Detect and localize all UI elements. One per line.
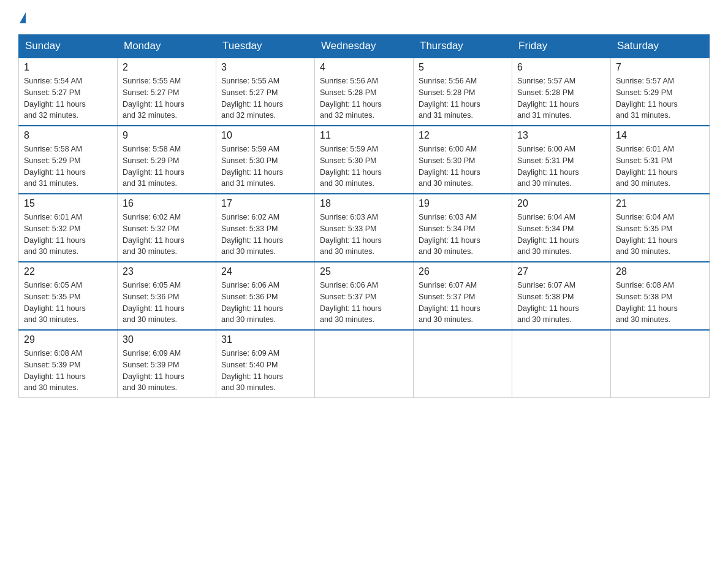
day-number: 23 (123, 266, 211, 277)
day-number: 3 (221, 62, 309, 73)
calendar-cell: 5 Sunrise: 5:56 AMSunset: 5:28 PMDayligh… (414, 58, 512, 126)
week-row-1: 1 Sunrise: 5:54 AMSunset: 5:27 PMDayligh… (19, 58, 710, 126)
calendar-table: SundayMondayTuesdayWednesdayThursdayFrid… (18, 34, 710, 398)
day-info: Sunrise: 6:05 AMSunset: 5:36 PMDaylight:… (123, 280, 211, 326)
calendar-cell: 24 Sunrise: 6:06 AMSunset: 5:36 PMDaylig… (216, 262, 315, 330)
calendar-cell (414, 330, 512, 398)
calendar-cell (611, 330, 710, 398)
calendar-cell: 3 Sunrise: 5:55 AMSunset: 5:27 PMDayligh… (216, 58, 315, 126)
day-number: 25 (320, 266, 408, 277)
calendar-cell: 17 Sunrise: 6:02 AMSunset: 5:33 PMDaylig… (216, 194, 315, 262)
weekday-header-tuesday: Tuesday (216, 35, 315, 58)
calendar-cell: 20 Sunrise: 6:04 AMSunset: 5:34 PMDaylig… (512, 194, 611, 262)
day-number: 30 (123, 334, 211, 345)
day-number: 14 (616, 130, 704, 141)
day-info: Sunrise: 6:03 AMSunset: 5:33 PMDaylight:… (320, 212, 408, 258)
calendar-cell: 15 Sunrise: 6:01 AMSunset: 5:32 PMDaylig… (19, 194, 118, 262)
calendar-cell (315, 330, 414, 398)
calendar-cell: 21 Sunrise: 6:04 AMSunset: 5:35 PMDaylig… (611, 194, 710, 262)
day-info: Sunrise: 5:54 AMSunset: 5:27 PMDaylight:… (24, 75, 112, 121)
day-info: Sunrise: 5:56 AMSunset: 5:28 PMDaylight:… (320, 75, 408, 121)
day-number: 24 (221, 266, 309, 277)
day-info: Sunrise: 6:04 AMSunset: 5:34 PMDaylight:… (517, 212, 605, 258)
calendar-cell: 6 Sunrise: 5:57 AMSunset: 5:28 PMDayligh… (512, 58, 611, 126)
day-number: 5 (419, 62, 507, 73)
page-header (18, 12, 710, 23)
week-row-2: 8 Sunrise: 5:58 AMSunset: 5:29 PMDayligh… (19, 126, 710, 194)
calendar-cell: 9 Sunrise: 5:58 AMSunset: 5:29 PMDayligh… (118, 126, 216, 194)
day-info: Sunrise: 5:57 AMSunset: 5:28 PMDaylight:… (517, 75, 605, 121)
calendar-cell: 13 Sunrise: 6:00 AMSunset: 5:31 PMDaylig… (512, 126, 611, 194)
calendar-cell: 23 Sunrise: 6:05 AMSunset: 5:36 PMDaylig… (118, 262, 216, 330)
day-number: 6 (517, 62, 605, 73)
day-info: Sunrise: 5:58 AMSunset: 5:29 PMDaylight:… (123, 144, 211, 190)
calendar-cell: 12 Sunrise: 6:00 AMSunset: 5:30 PMDaylig… (414, 126, 512, 194)
day-number: 19 (419, 198, 507, 209)
day-number: 26 (419, 266, 507, 277)
day-info: Sunrise: 6:04 AMSunset: 5:35 PMDaylight:… (616, 212, 704, 258)
weekday-header-thursday: Thursday (414, 35, 512, 58)
day-number: 29 (24, 334, 112, 345)
day-info: Sunrise: 6:06 AMSunset: 5:36 PMDaylight:… (221, 280, 309, 326)
weekday-header-saturday: Saturday (611, 35, 710, 58)
calendar-cell: 4 Sunrise: 5:56 AMSunset: 5:28 PMDayligh… (315, 58, 414, 126)
weekday-header-sunday: Sunday (19, 35, 118, 58)
day-info: Sunrise: 5:59 AMSunset: 5:30 PMDaylight:… (320, 144, 408, 190)
weekday-header-friday: Friday (512, 35, 611, 58)
calendar-cell: 31 Sunrise: 6:09 AMSunset: 5:40 PMDaylig… (216, 330, 315, 398)
day-number: 7 (616, 62, 704, 73)
day-info: Sunrise: 5:55 AMSunset: 5:27 PMDaylight:… (123, 75, 211, 121)
day-info: Sunrise: 5:59 AMSunset: 5:30 PMDaylight:… (221, 144, 309, 190)
calendar-cell: 26 Sunrise: 6:07 AMSunset: 5:37 PMDaylig… (414, 262, 512, 330)
calendar-cell: 30 Sunrise: 6:09 AMSunset: 5:39 PMDaylig… (118, 330, 216, 398)
weekday-header-row: SundayMondayTuesdayWednesdayThursdayFrid… (19, 35, 710, 58)
calendar-cell: 11 Sunrise: 5:59 AMSunset: 5:30 PMDaylig… (315, 126, 414, 194)
day-number: 15 (24, 198, 112, 209)
day-info: Sunrise: 6:08 AMSunset: 5:39 PMDaylight:… (24, 348, 112, 394)
day-number: 1 (24, 62, 112, 73)
day-number: 2 (123, 62, 211, 73)
day-info: Sunrise: 6:01 AMSunset: 5:31 PMDaylight:… (616, 144, 704, 190)
day-number: 8 (24, 130, 112, 141)
calendar-cell: 19 Sunrise: 6:03 AMSunset: 5:34 PMDaylig… (414, 194, 512, 262)
day-info: Sunrise: 6:07 AMSunset: 5:38 PMDaylight:… (517, 280, 605, 326)
day-number: 17 (221, 198, 309, 209)
day-info: Sunrise: 6:05 AMSunset: 5:35 PMDaylight:… (24, 280, 112, 326)
calendar-cell: 10 Sunrise: 5:59 AMSunset: 5:30 PMDaylig… (216, 126, 315, 194)
weekday-header-monday: Monday (118, 35, 216, 58)
calendar-cell: 7 Sunrise: 5:57 AMSunset: 5:29 PMDayligh… (611, 58, 710, 126)
day-number: 27 (517, 266, 605, 277)
calendar-cell: 16 Sunrise: 6:02 AMSunset: 5:32 PMDaylig… (118, 194, 216, 262)
day-info: Sunrise: 6:07 AMSunset: 5:37 PMDaylight:… (419, 280, 507, 326)
day-info: Sunrise: 6:00 AMSunset: 5:31 PMDaylight:… (517, 144, 605, 190)
day-info: Sunrise: 5:57 AMSunset: 5:29 PMDaylight:… (616, 75, 704, 121)
day-number: 20 (517, 198, 605, 209)
day-number: 9 (123, 130, 211, 141)
calendar-cell (512, 330, 611, 398)
day-info: Sunrise: 5:56 AMSunset: 5:28 PMDaylight:… (419, 75, 507, 121)
calendar-cell: 28 Sunrise: 6:08 AMSunset: 5:38 PMDaylig… (611, 262, 710, 330)
day-info: Sunrise: 5:55 AMSunset: 5:27 PMDaylight:… (221, 75, 309, 121)
day-number: 11 (320, 130, 408, 141)
day-number: 16 (123, 198, 211, 209)
day-info: Sunrise: 6:01 AMSunset: 5:32 PMDaylight:… (24, 212, 112, 258)
day-number: 21 (616, 198, 704, 209)
week-row-5: 29 Sunrise: 6:08 AMSunset: 5:39 PMDaylig… (19, 330, 710, 398)
calendar-cell: 2 Sunrise: 5:55 AMSunset: 5:27 PMDayligh… (118, 58, 216, 126)
day-info: Sunrise: 6:06 AMSunset: 5:37 PMDaylight:… (320, 280, 408, 326)
calendar-cell: 1 Sunrise: 5:54 AMSunset: 5:27 PMDayligh… (19, 58, 118, 126)
calendar-cell: 22 Sunrise: 6:05 AMSunset: 5:35 PMDaylig… (19, 262, 118, 330)
weekday-header-wednesday: Wednesday (315, 35, 414, 58)
day-info: Sunrise: 6:09 AMSunset: 5:40 PMDaylight:… (221, 348, 309, 394)
day-info: Sunrise: 6:09 AMSunset: 5:39 PMDaylight:… (123, 348, 211, 394)
day-info: Sunrise: 6:02 AMSunset: 5:33 PMDaylight:… (221, 212, 309, 258)
calendar-cell: 18 Sunrise: 6:03 AMSunset: 5:33 PMDaylig… (315, 194, 414, 262)
day-number: 12 (419, 130, 507, 141)
day-info: Sunrise: 6:08 AMSunset: 5:38 PMDaylight:… (616, 280, 704, 326)
day-info: Sunrise: 5:58 AMSunset: 5:29 PMDaylight:… (24, 144, 112, 190)
day-number: 18 (320, 198, 408, 209)
day-number: 22 (24, 266, 112, 277)
day-info: Sunrise: 6:02 AMSunset: 5:32 PMDaylight:… (123, 212, 211, 258)
day-number: 31 (221, 334, 309, 345)
day-number: 4 (320, 62, 408, 73)
